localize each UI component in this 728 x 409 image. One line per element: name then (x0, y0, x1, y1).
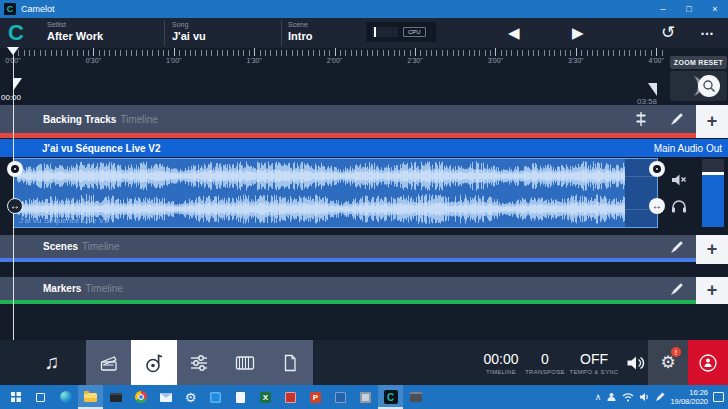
system-tray: ∧ 16:26 19/08/2020 (595, 388, 724, 406)
mute-icon[interactable] (671, 173, 687, 187)
start-icon[interactable] (3, 385, 28, 409)
chrome-browser-icon[interactable] (128, 385, 153, 409)
add-backing-track-button[interactable]: + (696, 105, 728, 138)
backing-track-disc-tab[interactable] (131, 340, 176, 385)
timeline-label: TIMELINE (478, 369, 524, 375)
markers-row[interactable]: Markers Timeline (0, 277, 728, 300)
excel-icon[interactable] (253, 385, 278, 409)
ruler-tick-label: 4'00" (648, 57, 664, 64)
markers-title: Markers (43, 283, 81, 294)
settings-gear-button[interactable]: ⚙ ! (648, 340, 688, 385)
tray-volume-icon[interactable] (639, 392, 650, 402)
photos-icon[interactable] (203, 385, 228, 409)
notes-app-icon[interactable] (228, 385, 253, 409)
setlist-block[interactable]: Setlist After Work (47, 21, 103, 42)
transpose-value: 0 (524, 351, 566, 367)
red-office-app-icon[interactable] (278, 385, 303, 409)
markers-subtitle: Timeline (85, 283, 122, 294)
edit-pencil-icon[interactable] (670, 240, 684, 254)
zoom-knob-shadow (678, 74, 698, 98)
backing-tracks-row[interactable]: Backing Tracks Timeline (0, 105, 728, 133)
tray-date: 19/08/2020 (670, 397, 708, 406)
markers-accent-line (0, 300, 696, 304)
scenes-row[interactable]: Scenes Timeline (0, 235, 728, 258)
waveform-canvas[interactable] (14, 159, 657, 227)
undo-history-icon[interactable]: ↺ (661, 22, 675, 43)
clock[interactable]: 16:26 19/08/2020 (670, 388, 708, 406)
window-titlebar: C Camelot – □ × (0, 0, 728, 18)
gray-app-icon[interactable] (353, 385, 378, 409)
cpu-level-bar (372, 27, 398, 37)
playhead-time: 00:00 (1, 93, 21, 102)
fader-handle[interactable] (702, 172, 724, 175)
transpose-display[interactable]: 0 TRANSPOSE (524, 351, 566, 375)
live-mode-icon (697, 352, 719, 374)
headphones-icon[interactable] (670, 197, 688, 213)
add-scene-button[interactable]: + (696, 235, 728, 264)
clip-output[interactable]: Main Audio Out (654, 143, 722, 154)
master-volume-icon[interactable] (622, 353, 648, 373)
pen-icon[interactable] (655, 392, 665, 402)
play-button[interactable]: ▶ (572, 24, 584, 42)
magnifier-icon[interactable] (698, 75, 720, 97)
scenes-accent-line (0, 258, 696, 262)
ruler-tick-label: 1'30" (246, 57, 262, 64)
dark-app-icon[interactable] (103, 385, 128, 409)
task-view-icon[interactable] (28, 385, 53, 409)
audio-app-icon[interactable] (403, 385, 428, 409)
powerpoint-icon[interactable] (303, 385, 328, 409)
backing-tracks-subtitle: Timeline (120, 114, 157, 125)
maximize-button[interactable]: □ (676, 0, 702, 18)
playhead-marker-icon[interactable] (7, 47, 19, 55)
mail-icon[interactable] (153, 385, 178, 409)
songs-notes-icon[interactable]: ♫ (30, 340, 74, 385)
mixer-sliders-tab[interactable] (177, 340, 222, 385)
chevron-up-icon[interactable]: ∧ (595, 392, 602, 402)
scene-value[interactable]: Intro (288, 30, 312, 42)
document-page-tab[interactable] (268, 340, 313, 385)
windows-taskbar: ∧ 16:26 19/08/2020 (0, 385, 728, 409)
setlist-value[interactable]: After Work (47, 30, 103, 42)
clip-volume-fader[interactable] (702, 159, 724, 227)
song-position-flag-icon[interactable] (13, 78, 22, 91)
ruler-tick-label: 0'30" (86, 57, 102, 64)
fader-icon[interactable] (634, 111, 648, 127)
camelot-icon[interactable] (378, 385, 403, 409)
edit-pencil-icon[interactable] (670, 282, 684, 296)
song-block[interactable]: Song J'ai vu (172, 21, 206, 42)
live-mode-button[interactable] (688, 340, 728, 385)
setlist-label: Setlist (47, 21, 103, 28)
piano-keys-tab[interactable] (222, 340, 267, 385)
ruler-tick-label: 1'00" (166, 57, 182, 64)
close-button[interactable]: × (702, 0, 728, 18)
minimize-button[interactable]: – (650, 0, 676, 18)
audio-clip-waveform[interactable]: J'ai vu Séquence Live V2 (13, 158, 658, 228)
previous-button[interactable]: ◀ (508, 24, 520, 42)
clip-stretch-left-handle[interactable]: ↔ (7, 198, 23, 214)
zoom-reset-button[interactable]: ZOOM RESET (670, 56, 727, 69)
setlist-clapper-tab[interactable] (86, 340, 131, 385)
settings-icon[interactable] (178, 385, 203, 409)
scene-label: Scene (288, 21, 312, 28)
wifi-icon[interactable] (622, 392, 634, 402)
more-menu-button[interactable]: … (700, 22, 714, 38)
edge-browser-icon[interactable] (53, 385, 78, 409)
action-center-icon[interactable] (713, 392, 724, 402)
clip-header-bar[interactable]: J'ai vu Séquence Live V2 Main Audio Out (0, 139, 728, 157)
file-explorer-icon[interactable] (78, 385, 103, 409)
add-marker-button[interactable]: + (696, 277, 728, 304)
tempo-sync-display[interactable]: OFF TEMPO & SYNC (566, 351, 622, 375)
scene-block[interactable]: Scene Intro (288, 21, 312, 42)
scenes-title: Scenes (43, 241, 78, 252)
edit-pencil-icon[interactable] (670, 112, 684, 126)
blue-app-icon[interactable] (328, 385, 353, 409)
contacts-icon[interactable] (606, 392, 617, 402)
clip-end-handle[interactable] (649, 161, 665, 177)
timeline-display[interactable]: 00:00 TIMELINE (478, 351, 524, 375)
app-header (0, 18, 728, 48)
clip-start-handle[interactable] (7, 161, 23, 177)
song-end-flag-icon[interactable] (648, 83, 657, 96)
zoom-knob[interactable] (670, 71, 727, 101)
clip-stretch-right-handle[interactable]: ↔ (649, 198, 665, 214)
song-value[interactable]: J'ai vu (172, 30, 206, 42)
